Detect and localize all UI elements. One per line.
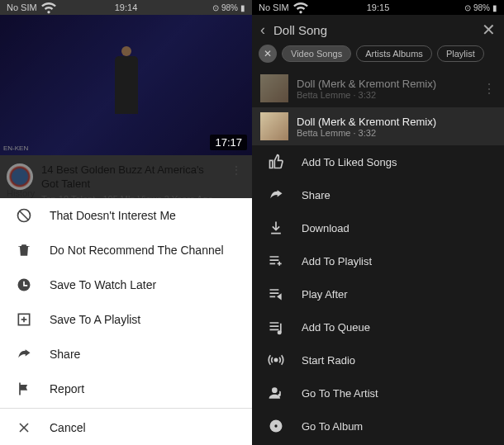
report-item[interactable]: Report [0, 372, 252, 406]
track-row[interactable]: Doll (Merk & Kremont Remix) Betta Lemme … [252, 69, 504, 107]
close-icon[interactable]: ✕ [482, 20, 496, 40]
status-bar: No SIM 19:14 ⊙ 98% ▮ [0, 0, 252, 15]
clock-label: 19:14 [115, 2, 138, 12]
thumbs-up-icon [267, 153, 285, 171]
not-interested-item[interactable]: That Doesn't Interest Me [0, 198, 252, 233]
clock-label: 19:15 [367, 2, 390, 12]
clear-chip-icon[interactable]: ✕ [259, 45, 277, 63]
svg-point-10 [272, 387, 278, 393]
add-liked-item[interactable]: Add To Liked Songs [252, 145, 504, 178]
track-title: Doll (Merk & Kremont Remix) [297, 116, 496, 128]
chip-artists[interactable]: Artists Albums [356, 45, 432, 62]
context-menu: Add To Liked Songs Share Download Add To… [252, 145, 504, 445]
artist-icon [267, 384, 285, 402]
back-icon[interactable]: ‹ [260, 21, 265, 39]
battery-label: 98% [473, 3, 490, 12]
add-queue-item[interactable]: Add To Queue [252, 310, 504, 343]
share-icon [15, 345, 33, 363]
svg-point-12 [274, 424, 277, 427]
context-menu: That Doesn't Interest Me Do Not Recommen… [0, 198, 252, 445]
track-subtitle: Betta Lemme · 3:32 [297, 128, 496, 138]
album-art [260, 74, 288, 102]
album-art [260, 112, 288, 140]
more-options-icon[interactable]: ⋮ [483, 81, 496, 97]
dimmed-background: EN-KEN 17:17 14 Best Golden Buzz At Amer… [0, 15, 252, 198]
carrier-label: No SIM [259, 2, 289, 12]
play-next-icon [267, 285, 285, 303]
status-bar: No SIM 19:15 ⊙ 98% ▮ [252, 0, 504, 15]
search-header: ‹ Doll Song ✕ [252, 15, 504, 45]
battery-label: 98% [221, 3, 238, 12]
menu-item-label: Start Radio [302, 354, 355, 367]
close-icon [15, 419, 33, 437]
svg-point-9 [274, 358, 277, 361]
trash-icon [15, 241, 33, 259]
track-subtitle: Betta Lemme · 3:32 [297, 90, 474, 100]
start-radio-item[interactable]: Start Radio [252, 343, 504, 376]
menu-item-label: Do Not Recommend The Channel [50, 244, 224, 257]
chip-songs[interactable]: Video Songs [282, 45, 351, 62]
dont-recommend-item[interactable]: Do Not Recommend The Channel [0, 233, 252, 267]
battery-icon: ▮ [492, 3, 497, 12]
menu-item-label: Download [302, 222, 349, 234]
svg-line-1 [20, 211, 28, 220]
playlist-add-icon [15, 310, 33, 329]
duration-badge: 17:17 [210, 135, 247, 150]
queue-icon [267, 318, 285, 336]
add-playlist-item[interactable]: Add To Playlist [252, 244, 504, 277]
menu-item-label: Save To Watch Later [50, 278, 156, 291]
ban-icon [15, 206, 33, 225]
menu-item-label: Share [302, 189, 330, 201]
track-title: Doll (Merk & Kremont Remix) [297, 78, 474, 90]
share-item[interactable]: Share [0, 337, 252, 372]
download-icon [267, 219, 285, 237]
wifi-icon [40, 0, 57, 17]
save-playlist-item[interactable]: Save To A Playlist [0, 302, 252, 337]
svg-point-8 [278, 331, 281, 334]
watch-later-item[interactable]: Save To Watch Later [0, 267, 252, 302]
share-item[interactable]: Share [252, 178, 504, 211]
go-album-item[interactable]: Go To Album [252, 409, 504, 443]
battery-icon: ▮ [240, 3, 245, 12]
menu-item-label: Report [50, 382, 84, 395]
menu-item-label: Add To Playlist [302, 255, 372, 267]
menu-item-label: Play After [302, 288, 348, 301]
track-row-selected[interactable]: Doll (Merk & Kremont Remix) Betta Lemme … [252, 107, 504, 145]
radio-icon [267, 351, 285, 369]
flag-icon [15, 380, 33, 398]
filter-chip-row: ✕ Video Songs Artists Albums Playlist [252, 45, 504, 69]
playlist-add-icon [267, 252, 285, 270]
menu-item-label: Go To The Artist [302, 387, 378, 400]
menu-item-label: That Doesn't Interest Me [50, 209, 176, 222]
carrier-label: No SIM [7, 2, 37, 12]
play-after-item[interactable]: Play After [252, 277, 504, 310]
album-icon [267, 417, 285, 435]
chip-playlist[interactable]: Playlist [437, 45, 484, 62]
menu-item-label: Cancel [50, 421, 86, 434]
share-icon [267, 186, 285, 204]
search-query[interactable]: Doll Song [273, 23, 473, 37]
go-artist-item[interactable]: Go To The Artist [252, 376, 504, 409]
menu-item-label: Go To Album [302, 420, 363, 433]
watermark-label: EN-KEN [3, 144, 28, 152]
menu-item-label: Add To Queue [302, 321, 370, 334]
menu-item-label: Add To Liked Songs [302, 156, 397, 168]
clock-icon [15, 276, 33, 294]
download-item[interactable]: Download [252, 211, 504, 244]
menu-item-label: Save To A Playlist [50, 313, 140, 326]
menu-item-label: Share [50, 348, 80, 361]
cancel-item[interactable]: Cancel [0, 410, 252, 445]
divider [0, 408, 252, 409]
wifi-icon [292, 0, 309, 17]
